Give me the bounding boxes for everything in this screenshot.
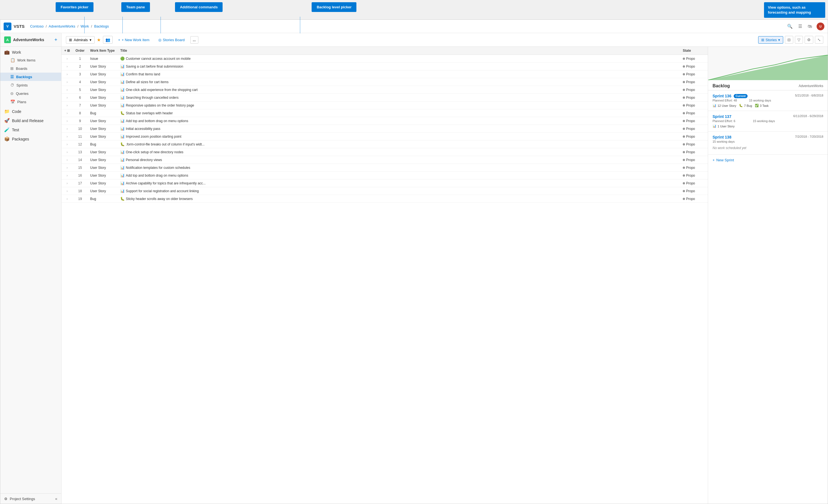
stories-board-button[interactable]: ◎ Stories Board (155, 36, 188, 43)
table-row[interactable]: › 11 User Story 📊 Improved zoom position… (61, 133, 708, 140)
sprint-136-story-badge: 📊 12 User Story (712, 104, 736, 108)
td-order: 15 (73, 164, 87, 172)
table-row[interactable]: › 17 User Story 📊 Archive capability for… (61, 179, 708, 187)
header-actions: 🔍 ☰ 🛍 U (786, 23, 824, 30)
project-settings-item[interactable]: ⚙ Project Settings « (0, 494, 61, 504)
td-title[interactable]: 📊 Improved zoom position starting point (117, 133, 680, 140)
sidebar-item-queries[interactable]: ⊝ Queries (0, 89, 61, 98)
td-title[interactable]: 📊 Archive capability for topics that are… (117, 179, 680, 187)
table-row[interactable]: › 12 Bug 🐛 .form-control-file breaks out… (61, 140, 708, 148)
sidebar-section-test[interactable]: 🧪 Test (0, 124, 61, 133)
td-title[interactable]: 📊 Notification templates for custom sche… (117, 164, 680, 172)
sprint-136-name[interactable]: Sprint 136 (712, 94, 732, 98)
td-title[interactable]: 📊 Add top and bottom drag on menu option… (117, 172, 680, 179)
sidebar-section-code[interactable]: 📁 Code (0, 106, 61, 115)
new-sprint-button[interactable]: + New Sprint (708, 155, 828, 166)
td-title[interactable]: 📊 One-click add experience from the shop… (117, 86, 680, 94)
toolbar-right: ⊞ Stories ▾ ⊟ ▽ ⚙ ⤡ (758, 36, 823, 44)
table-row[interactable]: › 15 User Story 📊 Notification templates… (61, 164, 708, 172)
table-row[interactable]: › 6 User Story 📊 Searching through cance… (61, 94, 708, 101)
test-section-icon: 🧪 (4, 127, 10, 132)
table-row[interactable]: › 4 User Story 📊 Define all sizes for ca… (61, 78, 708, 86)
table-row[interactable]: › 10 User Story 📊 Initial accessibility … (61, 125, 708, 133)
sidebar-item-sprints[interactable]: ⏱ Sprints (0, 81, 61, 89)
table-row[interactable]: › 2 User Story 📊 Saving a cart before fi… (61, 62, 708, 70)
list-icon[interactable]: ☰ (797, 23, 803, 30)
sidebar-section-packages[interactable]: 📦 Packages (0, 133, 61, 143)
sprint-138-name[interactable]: Sprint 138 (712, 135, 732, 139)
sidebar-item-workitems[interactable]: 📋 Work Items (0, 56, 61, 64)
breadcrumb-contoso[interactable]: Contoso (30, 24, 43, 28)
user-avatar[interactable]: U (817, 23, 824, 30)
td-title[interactable]: 📊 Searching through cancelled orders (117, 94, 680, 101)
td-type: User Story (87, 172, 117, 179)
td-title[interactable]: 🐛 Status bar overlaps with header (117, 109, 680, 117)
collapse-icon[interactable]: « (55, 497, 57, 501)
backlog-level-picker-tooltip[interactable]: Backlog level picker (312, 2, 357, 12)
settings-icon[interactable]: ⚙ (804, 36, 813, 44)
td-order: 17 (73, 179, 87, 187)
td-title[interactable]: 📊 Personal directory views (117, 156, 680, 164)
table-row[interactable]: › 8 Bug 🐛 Status bar overlaps with heade… (61, 109, 708, 117)
table-row[interactable]: › 19 Bug 🐛 Sticky header scrolls away on… (61, 195, 708, 203)
sprint-138-meta: 15 working days (712, 140, 823, 143)
td-state: Propo (680, 187, 708, 195)
sprint-137-name[interactable]: Sprint 137 (712, 114, 732, 119)
td-title[interactable]: 🐛 Sticky header scrolls away on older br… (117, 195, 680, 203)
table-row[interactable]: › 7 User Story 📊 Responsive updates on t… (61, 101, 708, 109)
stories-dropdown[interactable]: ⊞ Stories ▾ (758, 36, 783, 44)
table-row[interactable]: › 13 User Story 📊 One-click setup of new… (61, 148, 708, 156)
td-title[interactable]: 🟢 Customer cannot access account on mobi… (117, 55, 680, 62)
sidebar-item-plans-label: Plans (17, 100, 27, 104)
table-row[interactable]: › 18 User Story 📊 Support for social reg… (61, 187, 708, 195)
app-header: V VSTS Contoso / AdventureWorks / Work /… (0, 20, 828, 33)
favorites-picker-tooltip[interactable]: Favorites picker (56, 2, 93, 12)
breadcrumb-work[interactable]: Work (81, 24, 89, 28)
td-title[interactable]: 📊 Responsive updates on the order histor… (117, 101, 680, 109)
sidebar-item-plans[interactable]: 📅 Plans (0, 98, 61, 106)
search-icon[interactable]: 🔍 (786, 23, 794, 30)
more-options-button[interactable]: ... (190, 36, 198, 44)
table-row[interactable]: › 16 User Story 📊 Add top and bottom dra… (61, 172, 708, 179)
expand-icon[interactable]: ⤡ (815, 36, 823, 44)
table-row[interactable]: › 1 Issue 🟢 Customer cannot access accou… (61, 55, 708, 62)
breadcrumb-backlogs[interactable]: Backlogs (94, 24, 109, 28)
td-title[interactable]: 📊 Define all sizes for cart items (117, 78, 680, 86)
td-expand: › (61, 172, 73, 179)
td-title[interactable]: 📊 Confirm that items land (117, 70, 680, 78)
new-work-item-button[interactable]: + + New Work Item (115, 36, 153, 43)
new-sprint-plus-icon: + (712, 158, 715, 162)
table-row[interactable]: › 9 User Story 📊 Add top and bottom drag… (61, 117, 708, 125)
td-title[interactable]: 📊 Initial accessibility pass (117, 125, 680, 133)
breadcrumb-adventureworks[interactable]: AdventureWorks (49, 24, 75, 28)
td-title[interactable]: 🐛 .form-control-file breaks out of colum… (117, 140, 680, 148)
bag-icon[interactable]: 🛍 (806, 23, 813, 30)
td-title[interactable]: 📊 Saving a cart before final submmission (117, 62, 680, 70)
th-order[interactable]: Order (73, 47, 87, 55)
additional-commands-tooltip[interactable]: Additional commands (175, 2, 223, 12)
sprint-137-section: Sprint 137 6/11/2018 - 6/29/2018 Planned… (708, 111, 828, 132)
team-pane-tooltip[interactable]: Team pane (121, 2, 150, 12)
th-title[interactable]: Title (117, 47, 680, 55)
sidebar-item-boards[interactable]: ⊞ Boards (0, 64, 61, 73)
table-row[interactable]: › 5 User Story 📊 One-click add experienc… (61, 86, 708, 94)
table-row[interactable]: › 3 User Story 📊 Confirm that items land… (61, 70, 708, 78)
th-state[interactable]: State (680, 47, 708, 55)
favorite-star-icon[interactable]: ★ (97, 37, 101, 43)
team-picker[interactable]: ⊞ Admirals ▾ (66, 36, 95, 44)
add-project-icon[interactable]: + (54, 37, 57, 43)
sprint-136-meta: Planned Effort: 48 15 working days (712, 99, 823, 102)
th-type[interactable]: Work Item Type (87, 47, 117, 55)
team-members-icon[interactable]: 👥 (103, 36, 113, 44)
column-options-icon[interactable]: ⊟ (785, 36, 793, 44)
td-title[interactable]: 📊 Add top and bottom drag on menu option… (117, 117, 680, 125)
td-title[interactable]: 📊 Support for social registration and ac… (117, 187, 680, 195)
table-row[interactable]: › 14 User Story 📊 Personal directory vie… (61, 156, 708, 164)
tooltip-bar: Favorites picker Team pane Additional co… (0, 0, 828, 19)
td-order: 7 (73, 101, 87, 109)
sidebar-section-build[interactable]: 🚀 Build and Release (0, 115, 61, 124)
filter-icon[interactable]: ▽ (795, 36, 803, 44)
td-title[interactable]: 📊 One-click setup of new directory nodes (117, 148, 680, 156)
sidebar-section-work[interactable]: 💼 Work (0, 47, 61, 56)
sidebar-item-backlogs[interactable]: ☰ Backlogs (0, 73, 61, 81)
